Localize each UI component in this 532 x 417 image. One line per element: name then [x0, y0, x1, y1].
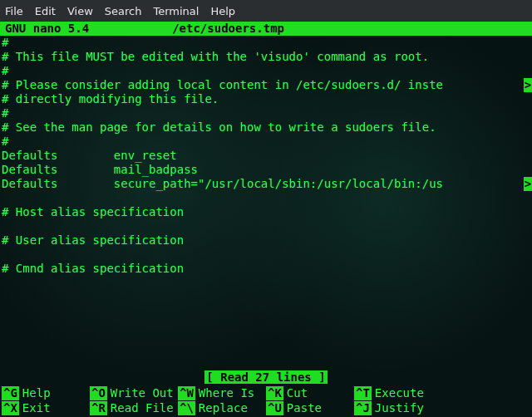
editor-app-name: GNU nano 5.4: [0, 22, 89, 36]
editor-line[interactable]: # Please consider adding local content i…: [0, 78, 532, 92]
line-overflow-indicator: >: [524, 177, 532, 191]
terminal[interactable]: GNU nano 5.4 /etc/sudoers.tmp ## This fi…: [0, 22, 532, 417]
editor-line[interactable]: Defaults mail_badpass: [0, 163, 532, 177]
shortcut-label: Where Is: [199, 386, 254, 400]
shortcut: [442, 400, 530, 415]
editor-line[interactable]: #: [0, 106, 532, 120]
shortcut-label: Write Out: [111, 386, 174, 400]
menu-terminal[interactable]: Terminal: [153, 5, 199, 17]
editor-line[interactable]: # User alias specification: [0, 233, 532, 248]
menu-file[interactable]: File: [5, 5, 23, 17]
shortcut-key: ^\: [178, 401, 195, 415]
editor-line[interactable]: # See the man page for details on how to…: [0, 120, 532, 135]
shortcut-key: ^G: [2, 386, 19, 400]
shortcut-label: Execute: [375, 386, 424, 400]
shortcut-key: ^J: [354, 401, 372, 415]
editor-status: [ Read 27 lines ]: [0, 370, 532, 385]
shortcut-key: ^X: [2, 401, 19, 415]
shortcut: ^TExecute: [354, 385, 442, 400]
shortcut-label: Cut: [287, 386, 308, 400]
editor-line[interactable]: [0, 191, 532, 205]
editor-line[interactable]: Defaults secure_path="/usr/local/sbin:/u…: [0, 177, 532, 191]
menu-help[interactable]: Help: [210, 5, 235, 17]
shortcut-key: ^R: [90, 401, 107, 415]
shortcut-label: Exit: [22, 401, 51, 415]
editor-shortcuts: ^GHelp^OWrite Out^WWhere Is^KCut^TExecut…: [0, 385, 532, 417]
shortcut: ^XExit: [2, 400, 90, 415]
menu-view[interactable]: View: [67, 5, 93, 17]
shortcut: ^RRead File: [90, 400, 178, 415]
editor-line[interactable]: # This file MUST be edited with the 'vis…: [0, 50, 532, 64]
shortcut: [442, 385, 530, 400]
shortcut: ^GHelp: [2, 385, 90, 400]
shortcut: ^KCut: [266, 385, 354, 400]
shortcut-label: Read File: [111, 401, 174, 415]
editor-line[interactable]: #: [0, 135, 532, 149]
shortcut-label: Justify: [375, 401, 424, 415]
line-overflow-indicator: >: [524, 78, 532, 92]
editor-line[interactable]: # Host alias specification: [0, 205, 532, 219]
shortcut: ^\Replace: [178, 400, 266, 415]
editor-file-name: /etc/sudoers.tmp: [89, 22, 532, 36]
shortcut: ^OWrite Out: [90, 385, 178, 400]
status-text: [ Read 27 lines ]: [204, 370, 327, 384]
shortcut: ^JJustify: [354, 400, 442, 415]
editor-line[interactable]: # Cmnd alias specification: [0, 262, 532, 276]
shortcut-key: ^O: [90, 386, 107, 400]
editor-titlebar: GNU nano 5.4 /etc/sudoers.tmp: [0, 22, 532, 36]
shortcut-key: ^T: [354, 386, 372, 400]
editor-content[interactable]: ## This file MUST be edited with the 'vi…: [0, 36, 532, 290]
editor-line[interactable]: # directly modifying this file.: [0, 92, 532, 106]
menu-edit[interactable]: Edit: [35, 5, 56, 17]
editor-footer: [ Read 27 lines ] ^GHelp^OWrite Out^WWhe…: [0, 370, 532, 417]
editor-line[interactable]: #: [0, 36, 532, 50]
shortcut-key: ^K: [266, 386, 283, 400]
editor-line[interactable]: #: [0, 64, 532, 78]
window-menubar[interactable]: File Edit View Search Terminal Help: [0, 0, 532, 22]
shortcut-label: Paste: [287, 401, 322, 415]
editor-line[interactable]: Defaults env_reset: [0, 149, 532, 163]
editor-line[interactable]: [0, 219, 532, 233]
shortcut-label: Replace: [199, 401, 248, 415]
shortcut: ^WWhere Is: [178, 385, 266, 400]
shortcut-key: ^U: [266, 401, 283, 415]
editor-line[interactable]: [0, 276, 532, 290]
menu-search[interactable]: Search: [105, 5, 142, 17]
editor-line[interactable]: [0, 248, 532, 262]
shortcut: ^UPaste: [266, 400, 354, 415]
shortcut-label: Help: [22, 386, 51, 400]
shortcut-key: ^W: [178, 386, 195, 400]
